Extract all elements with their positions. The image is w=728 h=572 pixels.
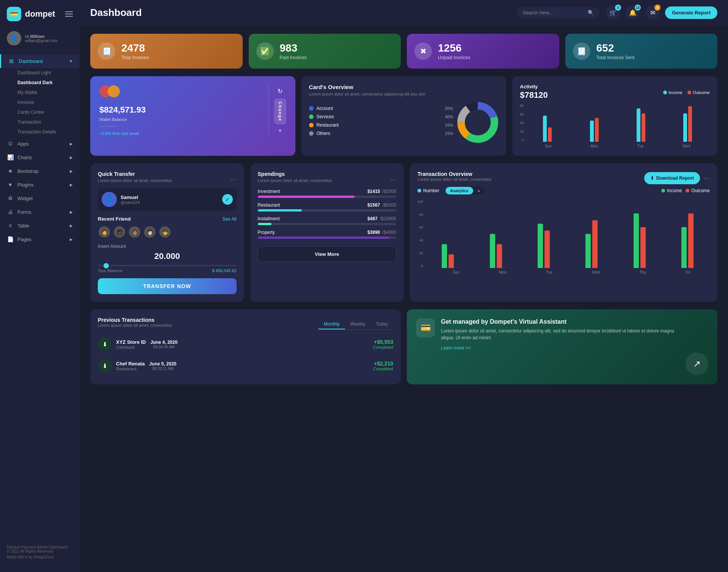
generate-report-button[interactable]: Generate Report	[665, 6, 717, 19]
sidebar-item-table[interactable]: ≡ Table ▶	[0, 219, 80, 232]
hamburger-menu[interactable]	[65, 11, 73, 17]
income-dot	[663, 91, 667, 94]
apps-label: Apps	[17, 141, 29, 147]
search-bar[interactable]: 🔍	[516, 7, 600, 18]
sub-invoices[interactable]: Invoices	[17, 97, 80, 107]
txn-row-1-name: XYZ Store ID	[116, 339, 146, 345]
table-icon: ≡	[7, 222, 14, 229]
main-content: Dashboard 🔍 🛒 2 🔔 12 ✉ 5 Generate Rep	[80, 0, 728, 572]
tab-monthly[interactable]: Monthly	[318, 320, 345, 329]
sub-transaction-details[interactable]: Transaction Details	[17, 127, 80, 137]
sidebar-item-widget[interactable]: ⚙ Widget	[0, 191, 80, 205]
amount-slider[interactable]	[98, 265, 237, 266]
plugins-label: Plugins	[17, 182, 34, 188]
apps-icon: ①	[7, 140, 14, 147]
notifications-button[interactable]: 🔔 12	[626, 5, 640, 20]
txn-overview-menu-icon[interactable]: ⋯	[704, 175, 710, 182]
txn-row-1-amount: +$5,553	[373, 339, 393, 345]
stat-card-total-invoices: 🧾 2478 Total Invoices	[90, 34, 243, 69]
virtual-assistant-card: 💳 Get managed by Dompet's Virtual Assist…	[407, 309, 717, 384]
bootstrap-icon: ★	[7, 168, 14, 174]
txn-thu-outcome	[640, 227, 646, 268]
mc-circle-orange	[108, 85, 120, 97]
transfer-name: Samuel	[121, 194, 140, 200]
wallet-change-text: +0.8% than last week	[99, 131, 263, 136]
number-dot	[417, 189, 421, 193]
off-toggle-btn[interactable]: ●	[473, 187, 485, 194]
search-input[interactable]	[522, 10, 585, 16]
transfer-now-button[interactable]: TRANSFER NOW	[98, 278, 237, 294]
mastercard-logo	[99, 85, 263, 97]
legend-dot-account	[309, 106, 314, 111]
wallet-change-button[interactable]: Change	[274, 99, 286, 124]
legend-services-pct: 40%	[445, 114, 453, 119]
sub-dashboard-dark[interactable]: Dashboard Dark	[17, 78, 80, 88]
recent-friends-header: Recent Friend See All	[98, 216, 237, 222]
search-icon[interactable]: 🔍	[588, 10, 594, 16]
chevron-right-icon5: ▶	[70, 210, 73, 214]
friend-5[interactable]: 👧	[158, 226, 171, 238]
va-learn-more[interactable]: Learn more >>	[441, 345, 471, 351]
refresh-icon[interactable]: ↻	[278, 88, 282, 95]
txn-chart-wrap: 100806040200	[417, 200, 710, 274]
see-all-link[interactable]: See All	[222, 216, 236, 222]
transfer-avatar: 👤	[102, 192, 117, 207]
txn-row-2-amount: +$2,210	[373, 360, 393, 367]
header-icons: 🛒 2 🔔 12 ✉ 5 Generate Report	[606, 5, 717, 20]
analytics-toggle-btn[interactable]: Analytics	[446, 187, 473, 194]
outcome-legend: Outcome	[687, 90, 710, 95]
tab-weekly[interactable]: Weekly	[345, 320, 370, 329]
sidebar-item-pages[interactable]: 📄 Pages ▶	[0, 232, 80, 246]
txn-bar-fri	[665, 213, 710, 268]
quick-transfer-menu-icon[interactable]: ⋯	[231, 176, 237, 183]
spendings-menu-icon[interactable]: ⋯	[390, 176, 396, 183]
friend-2[interactable]: 👩🏿	[113, 226, 126, 238]
property-max: /$4000	[382, 230, 396, 235]
prev-transactions-title: Previous Transactions	[98, 317, 172, 323]
sidebar-item-apps[interactable]: ① Apps ▶	[0, 137, 80, 150]
txn-x-labels: SunMonTueWedThuFri	[433, 270, 710, 274]
sidebar-item-charts[interactable]: 📊 Charts ▶	[0, 150, 80, 164]
property-progress	[258, 237, 389, 239]
download-report-button[interactable]: ⬇ Download Report	[644, 172, 700, 184]
va-content: Get managed by Dompet's Virtual Assistan…	[441, 318, 679, 351]
cart-button[interactable]: 🛒 2	[606, 5, 620, 20]
sidebar-item-bootstrap[interactable]: ★ Bootstrap ▶	[0, 164, 80, 178]
sub-cards-center[interactable]: Cards Center	[17, 107, 80, 117]
legend-dot-services	[309, 114, 314, 119]
txn-row-1-type: Cashback	[116, 345, 146, 349]
quick-transfer-card: Quick Transfer Lorem ipsum dolor sit ame…	[90, 163, 244, 302]
friend-4[interactable]: 👩🏻	[143, 226, 156, 238]
sidebar-item-plugins[interactable]: ♥ Plugins ▶	[0, 178, 80, 191]
total-invoices-number: 2478	[121, 42, 149, 54]
wallet-divider	[99, 126, 118, 127]
txn-bar-chart	[425, 200, 710, 268]
investment-max: /$2000	[382, 189, 396, 194]
sidebar-item-forms[interactable]: 🖨 Forms ▶	[0, 205, 80, 219]
chevron-right-icon6: ▶	[70, 224, 73, 228]
sidebar-item-dashboard[interactable]: ⊞ Dashboard ▼	[0, 54, 80, 68]
investment-label: Investment	[258, 189, 280, 194]
income-legend: Income	[663, 90, 682, 95]
transfer-check-icon: ✓	[222, 194, 233, 205]
dashboard-icon: ⊞	[8, 58, 15, 64]
messages-button[interactable]: ✉ 5	[645, 5, 660, 20]
spendings-title: Spendings	[258, 171, 332, 177]
transaction-overview-desc: Lorem ipsum dolor sit amet, consectetur	[417, 177, 492, 182]
friend-1[interactable]: 👩	[98, 226, 111, 238]
download-icon: ⬇	[650, 176, 654, 181]
sub-transaction[interactable]: Transaction	[17, 117, 80, 127]
slider-thumb[interactable]	[104, 263, 109, 268]
sub-dashboard-light[interactable]: Dashboard Light	[17, 68, 80, 78]
mon-income-bar	[590, 121, 594, 142]
pages-label: Pages	[17, 237, 31, 242]
wallet-balance-label: Wallet Balance	[99, 117, 263, 122]
logo-text: dompet	[25, 9, 55, 19]
tab-today[interactable]: Today	[370, 320, 393, 329]
wallet-left: $824,571.93 Wallet Balance +0.8% than la…	[99, 85, 263, 136]
friend-3[interactable]: 👩🏽	[128, 226, 141, 238]
sub-my-wallet[interactable]: My Wallet	[17, 88, 80, 97]
tue-income-bar	[637, 108, 640, 142]
txn-bar-tue	[521, 224, 566, 268]
view-more-button[interactable]: View More	[258, 246, 397, 262]
